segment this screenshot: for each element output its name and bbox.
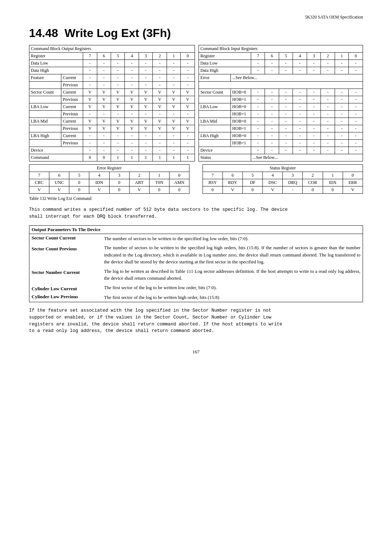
output-params-header: Output Parameters To The Device	[29, 225, 363, 234]
error-status-table: Error Register Status Register 76543210 …	[29, 164, 363, 194]
page-number: 167	[29, 349, 363, 355]
param-name-sector-count-previous: Sector Count Previous	[29, 243, 102, 267]
param-desc-cylinder-low-previous: The first sector of the log to be writte…	[102, 293, 363, 302]
param-row-cylinder-low-current: Cylinder Low Current The first sector of…	[29, 283, 363, 293]
register-table: Command Block Output Registers Command B…	[29, 45, 363, 161]
output-header: Command Block Output Registers	[29, 45, 195, 53]
param-row-cylinder-low-previous: Cylinder Low Previous The first sector o…	[29, 293, 363, 302]
header-line: 5K320 SATA OEM Specification	[29, 15, 363, 20]
params-table: Sector Count Current The number of secto…	[29, 234, 363, 303]
input-header: Command Block Input Registers	[199, 45, 363, 53]
param-desc-cylinder-low-current: The first sector of the log to be writte…	[102, 283, 363, 293]
spec-title: 5K320 SATA OEM Specification	[305, 15, 363, 20]
param-desc-sector-count-previous: The number of sectors to be written to t…	[102, 243, 363, 267]
param-row-sector-number-current: Sector Number Current The log to be writ…	[29, 267, 363, 283]
output-parameters-section: Output Parameters To The Device Sector C…	[29, 225, 363, 303]
section-title: 14.48 Write Log Ext (3Fh)	[29, 26, 363, 40]
footer-note: If the feature set associated with the l…	[29, 307, 363, 335]
param-name-sector-number-current: Sector Number Current	[29, 267, 102, 283]
param-name-cylinder-low-current: Cylinder Low Current	[29, 283, 102, 293]
param-name-cylinder-low-previous: Cylinder Low Previous	[29, 293, 102, 302]
param-name-sector-count-current: Sector Count Current	[29, 234, 102, 243]
param-row-sector-count-previous: Sector Count Previous The number of sect…	[29, 243, 363, 267]
param-row-sector-count-current: Sector Count Current The number of secto…	[29, 234, 363, 243]
param-desc-sector-count-current: The number of sectors to be written to t…	[102, 234, 363, 243]
table-caption: Table 132 Write Log Ext Command	[29, 196, 363, 201]
param-desc-sector-number-current: The log to be written as described in Ta…	[102, 267, 363, 283]
description-text: This command writes a specified number o…	[29, 206, 363, 220]
